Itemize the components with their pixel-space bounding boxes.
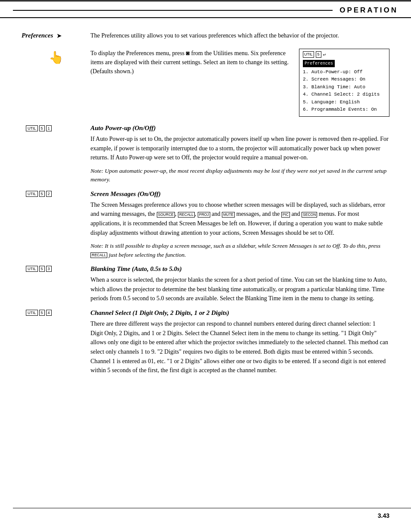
menu-pref-label: Preferences xyxy=(303,60,335,67)
channel-select-body-row: There are three different ways the proje… xyxy=(22,319,389,375)
menu-item-4: 4. Channel Select: 2 digits xyxy=(303,91,386,99)
badge-util-1: UTIL xyxy=(26,125,38,131)
auto-power-up-note-row: Note: Upon automatic power-up, the most … xyxy=(22,167,389,184)
preferences-detail-row: 👆 UTIL 5 ↵ Preferences 1. Auto-Power-up:… xyxy=(22,49,389,117)
blanking-time-badges: UTIL 5 3 xyxy=(22,266,90,272)
screen-messages-badges: UTIL 5 2 xyxy=(22,191,90,197)
auto-power-up-heading: Auto Power-up (On/Off) xyxy=(90,124,389,132)
blanking-time-body-row: When a source is selected, the projector… xyxy=(22,275,389,303)
badge-5-1: 5 xyxy=(39,125,45,131)
badge-5-2: 5 xyxy=(39,191,45,197)
badge-5-3: 5 xyxy=(39,266,45,272)
pic-badge: PIC xyxy=(281,212,290,218)
menu-screenshot: UTIL 5 ↵ Preferences 1. Auto-Power-up: O… xyxy=(299,49,389,117)
source-badge: SOURCE xyxy=(157,212,175,218)
menu-item-6: 6. Programmable Events: On xyxy=(303,106,386,114)
blanking-time-body: When a source is selected, the projector… xyxy=(90,275,389,303)
preferences-desc-text: To display the Preferences menu, press ◙… xyxy=(90,50,289,75)
preferences-icon-col: 👆 xyxy=(22,49,90,117)
header-line xyxy=(13,10,333,11)
page-header-title: OPERATION xyxy=(339,6,398,15)
badge-2: 2 xyxy=(46,191,52,197)
auto-power-up-note: Note: Upon automatic power-up, the most … xyxy=(90,167,389,184)
screen-messages-note: Note: It is still possible to display a … xyxy=(90,242,389,259)
recall-badge-2: RECALL xyxy=(90,252,107,258)
badge-1: 1 xyxy=(46,125,52,131)
channel-select-indent xyxy=(22,319,90,375)
badge-util-3: UTIL xyxy=(26,266,38,272)
auto-power-up-badges: UTIL 5 1 xyxy=(22,125,90,131)
screen-messages-note-row: Note: It is still possible to display a … xyxy=(22,242,389,259)
proj-badge: PROJ xyxy=(198,212,210,218)
preferences-intro-text: The Preferences utility allows you to se… xyxy=(90,31,389,40)
blanking-time-heading: Blanking Time (Auto, 0.5s to 5.0s) xyxy=(90,265,389,273)
menu-item-1: 1. Auto-Power-up: Off xyxy=(303,68,386,76)
preferences-arrow: ➤ xyxy=(55,32,62,40)
auto-power-up-body: If Auto Power-up is set to On, the proje… xyxy=(90,134,389,162)
section-channel-select: UTIL 5 4 Channel Select (1 Digit Only, 2… xyxy=(22,309,389,375)
menu-util-badge: UTIL xyxy=(303,51,314,58)
hand-icon: 👆 xyxy=(49,50,64,65)
preferences-label: Preferences ➤ xyxy=(22,31,90,40)
menu-5-badge: 5 xyxy=(316,51,321,58)
preferences-title: Preferences xyxy=(22,32,53,39)
screen-messages-indent xyxy=(22,200,90,238)
mute-badge: MUTE xyxy=(222,212,235,218)
preferences-desc-col: UTIL 5 ↵ Preferences 1. Auto-Power-up: O… xyxy=(90,49,389,117)
recall-badge-1: RECALL xyxy=(178,212,195,218)
auto-power-up-body-row: If Auto Power-up is set to On, the proje… xyxy=(22,134,389,162)
section-blanking-time-header: UTIL 5 3 Blanking Time (Auto, 0.5s to 5.… xyxy=(22,265,389,273)
channel-select-heading: Channel Select (1 Digit Only, 2 Digits, … xyxy=(90,309,389,317)
screen-messages-body-row: The Screen Messages preference allows yo… xyxy=(22,200,389,238)
auto-power-up-note-indent xyxy=(22,167,90,184)
channel-select-body: There are three different ways the proje… xyxy=(90,319,389,375)
screen-messages-note-indent xyxy=(22,242,90,259)
badge-util-4: UTIL xyxy=(26,310,38,316)
secon-badge: SECON xyxy=(302,212,317,218)
badge-4: 4 xyxy=(46,310,52,316)
menu-item-2: 2. Screen Messages: On xyxy=(303,76,386,84)
menu-nav-arrow: ↵ xyxy=(323,51,326,58)
main-content: Preferences ➤ The Preferences utility al… xyxy=(0,18,411,392)
screen-messages-heading: Screen Messages (On/Off) xyxy=(90,190,389,198)
screen-messages-body: The Screen Messages preference allows yo… xyxy=(90,200,389,238)
badge-5-4: 5 xyxy=(39,310,45,316)
auto-power-up-indent xyxy=(22,134,90,162)
menu-title-bar: UTIL 5 ↵ xyxy=(303,51,386,58)
section-screen-messages: UTIL 5 2 Screen Messages (On/Off) The Sc… xyxy=(22,190,389,259)
menu-items-list: 1. Auto-Power-up: Off 2. Screen Messages… xyxy=(303,68,386,114)
blanking-time-indent xyxy=(22,275,90,303)
section-screen-messages-header: UTIL 5 2 Screen Messages (On/Off) xyxy=(22,190,389,198)
footer-rule xyxy=(13,508,411,508)
section-auto-power-up: UTIL 5 1 Auto Power-up (On/Off) If Auto … xyxy=(22,124,389,184)
page-number: 3.43 xyxy=(378,512,389,519)
menu-item-5: 5. Language: English xyxy=(303,99,386,106)
section-auto-power-up-header: UTIL 5 1 Auto Power-up (On/Off) xyxy=(22,124,389,132)
section-blanking-time: UTIL 5 3 Blanking Time (Auto, 0.5s to 5.… xyxy=(22,265,389,303)
badge-util-2: UTIL xyxy=(26,191,38,197)
menu-item-3: 3. Blanking Time: Auto xyxy=(303,84,386,91)
menu-pref-label-bar: Preferences xyxy=(303,60,386,68)
section-channel-select-header: UTIL 5 4 Channel Select (1 Digit Only, 2… xyxy=(22,309,389,317)
badge-3: 3 xyxy=(46,266,52,272)
preferences-intro: Preferences ➤ The Preferences utility al… xyxy=(22,31,389,40)
channel-select-badges: UTIL 5 4 xyxy=(22,310,90,316)
page-header: OPERATION xyxy=(0,2,411,18)
